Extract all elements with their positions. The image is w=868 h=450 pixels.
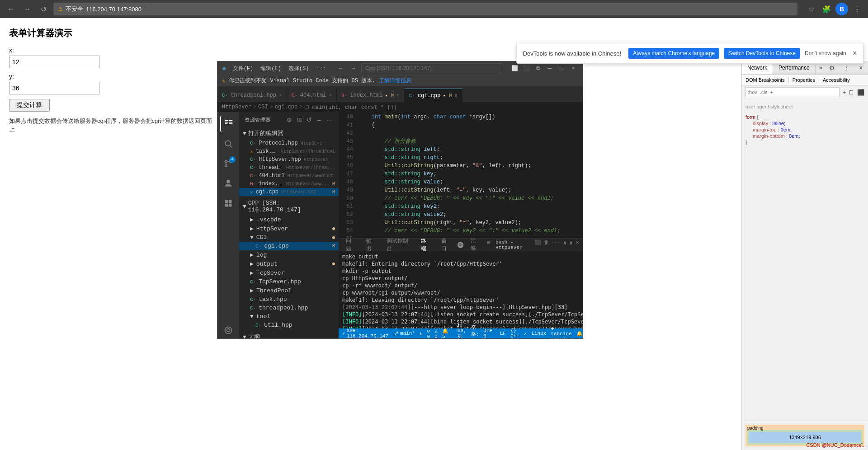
x-input[interactable]: [9, 56, 99, 68]
terminal-split[interactable]: ⬛: [535, 239, 541, 250]
activity-debug[interactable]: [220, 175, 236, 192]
folder-log[interactable]: ▶ log: [239, 250, 339, 259]
editor-httpsever[interactable]: C· HttpSever.hpp HttpSever: [239, 155, 339, 164]
terminal-ellipsis[interactable]: ···: [552, 239, 561, 250]
close-icon[interactable]: ×: [568, 63, 578, 73]
folder-threadpool2[interactable]: ▶ ThreadPool: [239, 286, 339, 295]
terminal-tab-issues[interactable]: 问题: [342, 236, 359, 253]
subtab-accessibility[interactable]: Accessibility: [819, 77, 854, 83]
tab-indexhtml[interactable]: H· index.html ● M ×: [337, 89, 405, 102]
refresh-button[interactable]: ↺: [37, 3, 50, 15]
subtab-properties[interactable]: Properties: [789, 77, 819, 83]
copy-element-button[interactable]: ⬛: [857, 89, 864, 96]
tab-404[interactable]: C· 404.html ×: [287, 89, 337, 102]
activity-search[interactable]: [220, 136, 236, 152]
status-errors[interactable]: ⊘ 0: [427, 328, 430, 339]
file-tcpseverhpp[interactable]: C· TcpSever.hpp: [239, 277, 339, 286]
submit-button[interactable]: 提交计算: [9, 99, 50, 112]
status-notification-bell[interactable]: 🔔: [576, 331, 583, 337]
status-os[interactable]: Linux: [531, 331, 546, 336]
refresh-btn[interactable]: ↺: [305, 116, 313, 124]
switch-devtools-button[interactable]: Switch DevTools to Chinese: [724, 48, 800, 59]
tab-close-cgi[interactable]: ×: [454, 93, 458, 98]
new-file-btn[interactable]: ⊕: [285, 116, 293, 124]
editor-index[interactable]: H· index.html HttpSever/www... M: [239, 180, 339, 188]
folder-vscode[interactable]: ▶ .vscode: [239, 215, 339, 224]
bookmark-button[interactable]: ☆: [805, 3, 817, 15]
code-editor[interactable]: 40 41 42 43 44 45 46 47 48 49 50 51 52 5…: [339, 112, 583, 338]
folder-output[interactable]: ▶ output: [239, 259, 339, 268]
section-outline[interactable]: ▼ 大纲: [239, 331, 339, 338]
folder-tool[interactable]: ▼ tool: [239, 312, 339, 321]
status-language[interactable]: {} C++: [510, 328, 519, 338]
y-input[interactable]: [9, 82, 99, 94]
editor-cgi[interactable]: ✕ cgi.cpp HttpSever/CGI M: [239, 188, 339, 196]
section-open-editors[interactable]: ▼ 打开的编辑器: [239, 127, 339, 139]
status-check[interactable]: ✓: [524, 331, 527, 337]
activity-git[interactable]: 4: [220, 155, 236, 172]
forward-button[interactable]: →: [21, 3, 33, 15]
breadcrumb-httpsever[interactable]: HttpSever: [222, 104, 251, 110]
activity-extensions[interactable]: [220, 195, 236, 211]
tab-close-index[interactable]: ×: [396, 93, 400, 98]
new-folder-btn[interactable]: ⊞: [295, 116, 303, 124]
terminal-trash[interactable]: 🗑: [544, 239, 549, 250]
sidebar-more-btn[interactable]: ···: [325, 116, 333, 124]
menu-select[interactable]: 选择(S): [286, 64, 312, 73]
breadcrumb-cgicpp[interactable]: cgi.cpp: [275, 104, 297, 110]
always-match-button[interactable]: Always match Chrome's language: [628, 48, 719, 59]
tab-close-404[interactable]: ×: [329, 93, 332, 98]
terminal-tab-window[interactable]: 窗口: [438, 236, 454, 253]
menu-edit[interactable]: 编辑(E): [258, 64, 284, 73]
status-sync[interactable]: ↻: [420, 331, 423, 337]
collapse-btn[interactable]: –: [315, 116, 323, 124]
status-tabnine[interactable]: ◈ tabnine preview: [551, 325, 571, 339]
status-encoding[interactable]: UTF-8: [483, 328, 495, 338]
status-eol[interactable]: LF: [500, 331, 506, 336]
status-spaces[interactable]: 空格: 4: [471, 324, 479, 338]
section-cpp[interactable]: ▼ CPP [SSH: 116.204.70.147]: [239, 198, 339, 215]
split-editor-icon[interactable]: ⬜: [509, 63, 519, 73]
toggle-element-state-button[interactable]: 🗒: [849, 89, 854, 96]
toggle-panel-icon[interactable]: ⬛: [521, 63, 531, 73]
minimize-icon[interactable]: ─: [545, 63, 555, 73]
file-utilhpp[interactable]: C· Util.hpp: [239, 321, 339, 329]
status-branch[interactable]: ⎇ main*: [393, 331, 415, 337]
terminal-up-icon[interactable]: ∧: [563, 239, 567, 250]
status-ssh[interactable]: ⚡ SSH: 116.204.70.147: [342, 328, 388, 338]
tab-cgicpp[interactable]: C· cgi.cpp ● M ×: [405, 89, 462, 102]
folder-cgi[interactable]: ▼ CGI: [239, 233, 339, 242]
profile-icon[interactable]: B: [835, 3, 848, 15]
notification-link[interactable]: 了解详细信息: [379, 77, 411, 84]
terminal-tab-output[interactable]: 输出: [363, 236, 379, 253]
breadcrumb-fn[interactable]: ⬡ main(int, char const * []): [304, 104, 396, 111]
layout-icon[interactable]: ⧉: [533, 63, 543, 73]
address-bar[interactable]: ⚠ 不安全 116.204.70.147:8080: [53, 3, 797, 15]
folder-httpsever[interactable]: ▶ HttpSever: [239, 224, 339, 233]
menu-file[interactable]: 文件(F): [230, 64, 256, 73]
vscode-search-input[interactable]: [361, 63, 502, 73]
terminal-tab-notes[interactable]: 注释: [467, 236, 484, 253]
menu-more[interactable]: ···: [313, 64, 329, 73]
terminal-down-icon[interactable]: ∨: [569, 239, 573, 250]
nav-back-icon[interactable]: ←: [336, 63, 346, 73]
extension-button[interactable]: 🧩: [820, 3, 833, 15]
tab-more[interactable]: »: [816, 65, 826, 71]
back-button[interactable]: ←: [5, 3, 17, 15]
editor-threadpool[interactable]: C· threadpool.hpp HttpSever/Threa...: [239, 164, 339, 172]
file-cgicpp[interactable]: C· cgi.cpp M: [239, 242, 339, 250]
terminal-tab-terminal[interactable]: 终端: [417, 236, 434, 253]
subtab-dom-breakpoints[interactable]: DOM Breakpoints: [742, 77, 789, 83]
editor-protocol[interactable]: C· Protocol.hpp HttpSever: [239, 139, 339, 147]
editor-404[interactable]: C· 404.html HttpSever/wwwroot: [239, 172, 339, 180]
add-style-button[interactable]: +: [842, 89, 846, 96]
tab-threadpool[interactable]: C· threadpool.hpp ×: [217, 89, 287, 102]
activity-explorer[interactable]: [220, 116, 236, 132]
breadcrumb-cgi[interactable]: CGI: [258, 104, 268, 110]
file-threadpoolhpp[interactable]: C· threadpool.hpp: [239, 304, 339, 312]
status-bell[interactable]: 🔔 5: [442, 328, 448, 339]
devtools-filter-input[interactable]: [745, 87, 840, 97]
notification-close-button[interactable]: ×: [853, 49, 857, 57]
folder-tcpsever[interactable]: ▶ TcpSever: [239, 268, 339, 277]
terminal-tab-debug[interactable]: 调试控制台: [383, 236, 414, 253]
